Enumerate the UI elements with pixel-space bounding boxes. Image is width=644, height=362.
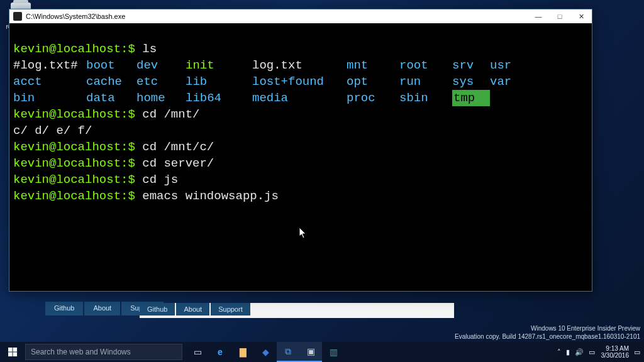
- bg-tab-about-2[interactable]: About: [176, 303, 209, 315]
- titlebar[interactable]: C:\Windows\System32\bash.exe — □ ✕: [9, 9, 592, 23]
- tmp-highlight: tmp: [452, 90, 490, 106]
- cmd-cd-mnt: cd /mnt/: [142, 107, 199, 121]
- svg-rect-1: [13, 348, 17, 352]
- minimize-button[interactable]: —: [528, 9, 549, 23]
- tray-volume-icon[interactable]: 🔊: [575, 348, 584, 356]
- tray-chevron-icon[interactable]: ˄: [557, 348, 561, 356]
- background-tabs-right: Github About Support: [140, 303, 454, 318]
- watermark: Windows 10 Enterprise Insider Preview Ev…: [455, 324, 640, 341]
- watermark-line2: Evaluation copy. Build 14287.rs1_onecore…: [455, 332, 640, 341]
- start-button[interactable]: [0, 342, 25, 362]
- app-icon-blue[interactable]: ◆: [254, 342, 277, 362]
- cmd-icon[interactable]: ▣: [299, 342, 322, 362]
- cmd-cd-c: cd /mnt/c/: [142, 140, 214, 154]
- cmd-ls: ls: [142, 42, 157, 56]
- task-view-button[interactable]: ▭: [186, 342, 209, 362]
- clock-date: 3/30/2016: [601, 352, 630, 359]
- vscode-icon[interactable]: ⧉: [277, 342, 299, 362]
- bg-tab-github[interactable]: Github: [45, 302, 83, 315]
- prompt: kevin@localhost:$: [13, 189, 135, 203]
- prompt: kevin@localhost:$: [13, 107, 135, 121]
- app-icon-teal[interactable]: ▥: [322, 342, 345, 362]
- ls-output: #log.txt#bootdevinitlog.txtmntrootsrvusr…: [13, 57, 588, 106]
- system-tray[interactable]: ˄ ▮ 🔊 ▭ 9:13 AM 3/30/2016 ▭: [552, 345, 645, 359]
- edge-icon[interactable]: e: [209, 342, 231, 362]
- taskbar-search[interactable]: Search the web and Windows: [25, 344, 182, 360]
- prompt: kevin@localhost:$: [13, 173, 135, 187]
- windows-logo-icon: [8, 348, 18, 357]
- cmd-emacs: emacs windowsapp.js: [142, 189, 279, 203]
- explorer-icon[interactable]: ▇: [231, 342, 254, 362]
- search-placeholder: Search the web and Windows: [31, 348, 131, 356]
- terminal-body[interactable]: kevin@localhost:$ ls #log.txt#bootdevini…: [9, 23, 592, 291]
- mouse-cursor-icon: [299, 228, 307, 239]
- svg-rect-2: [8, 352, 13, 356]
- app-icon: [13, 12, 22, 21]
- svg-rect-0: [8, 348, 13, 352]
- cmd-cd-js: cd js: [142, 173, 178, 187]
- watermark-line1: Windows 10 Enterprise Insider Preview: [455, 324, 640, 332]
- cmd-cd-server: cd server/: [142, 156, 214, 170]
- prompt: kevin@localhost:$: [13, 156, 135, 170]
- maximize-button[interactable]: □: [549, 9, 570, 23]
- tray-battery-icon[interactable]: ▭: [589, 348, 595, 356]
- tray-network-icon[interactable]: ▮: [566, 348, 570, 356]
- clock-time: 9:13 AM: [601, 345, 630, 352]
- bg-tab-about[interactable]: About: [84, 302, 120, 315]
- close-button[interactable]: ✕: [570, 9, 592, 23]
- prompt: kevin@localhost:$: [13, 140, 135, 154]
- taskbar[interactable]: Search the web and Windows ▭ e ▇ ◆ ⧉ ▣ ▥…: [0, 342, 644, 362]
- taskbar-clock[interactable]: 9:13 AM 3/30/2016: [601, 345, 630, 359]
- svg-rect-3: [13, 352, 17, 356]
- prompt: kevin@localhost:$: [13, 42, 135, 56]
- bg-tab-github-2[interactable]: Github: [140, 303, 175, 315]
- mnt-list: c/ d/ e/ f/: [13, 124, 92, 138]
- tray-notifications-icon[interactable]: ▭: [634, 348, 640, 356]
- bash-window[interactable]: C:\Windows\System32\bash.exe — □ ✕ kevin…: [9, 9, 592, 292]
- bg-tab-support-2[interactable]: Support: [211, 303, 250, 315]
- window-title: C:\Windows\System32\bash.exe: [26, 13, 528, 20]
